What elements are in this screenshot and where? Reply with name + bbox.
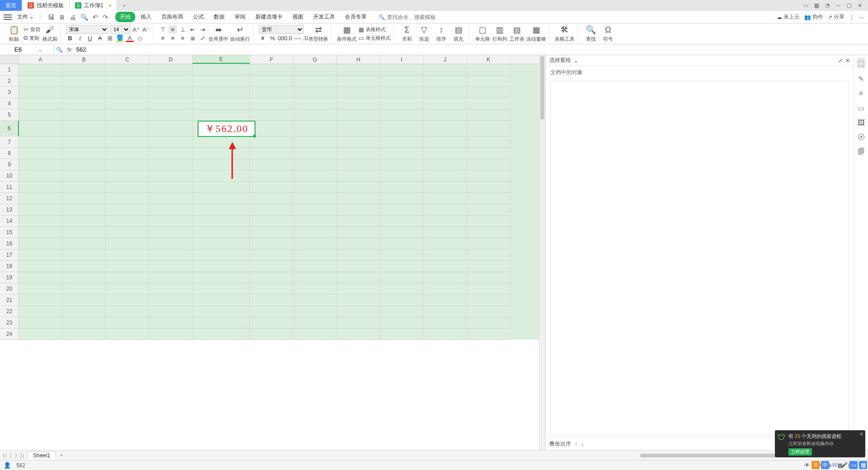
fx-icon[interactable]: fx xyxy=(65,47,74,53)
row-header-9[interactable]: 9 xyxy=(0,159,19,170)
col-header-K[interactable]: K xyxy=(467,55,510,64)
spreadsheet-grid[interactable]: A B C D E F G H I J K 123456789101112131… xyxy=(0,55,539,450)
merge-button[interactable]: ⬌合并居中 xyxy=(208,25,228,42)
row-header-10[interactable]: 10 xyxy=(0,170,19,182)
image-icon[interactable]: 🖼 xyxy=(858,119,865,127)
row-header-22[interactable]: 22 xyxy=(0,306,19,317)
tab-start[interactable]: 开始 xyxy=(115,12,135,22)
col-header-D[interactable]: D xyxy=(149,55,193,64)
print-icon[interactable]: 🖨 xyxy=(70,14,76,21)
col-header-H[interactable]: H xyxy=(337,55,380,64)
layout-icon[interactable]: ▭ xyxy=(801,1,810,10)
share-button[interactable]: ↗ 分享 xyxy=(828,13,844,21)
tray-icon-3[interactable]: W xyxy=(830,461,839,469)
close-icon[interactable]: ✕ xyxy=(855,1,864,10)
pane-close-icon[interactable]: ✕ xyxy=(845,57,850,64)
justify-icon[interactable]: ≣ xyxy=(189,34,197,42)
tab-data[interactable]: 数据 xyxy=(209,12,229,22)
wrap-button[interactable]: ↵自动换行 xyxy=(230,25,250,42)
indent-dec-icon[interactable]: ⇤ xyxy=(189,25,197,33)
select-pane-icon[interactable]: ⬚ xyxy=(857,58,865,68)
sheet-first-icon[interactable]: ⟨⟨ xyxy=(3,452,7,459)
backup-icon[interactable]: 🗐 xyxy=(858,148,865,156)
vertical-scrollbar[interactable] xyxy=(539,55,545,450)
copy-button[interactable]: ⧉复制 xyxy=(24,34,40,42)
clear-format-button[interactable]: ◇ xyxy=(136,34,144,42)
decrease-font-icon[interactable]: A⁻ xyxy=(142,25,150,33)
sheet-tab-1[interactable]: Sheet1 xyxy=(27,451,56,459)
cloud-status[interactable]: ☁ 未上云 xyxy=(777,13,800,21)
style-icon[interactable]: ✎ xyxy=(858,75,864,83)
row-header-2[interactable]: 2 xyxy=(0,75,19,87)
font-color-button[interactable]: A xyxy=(126,34,134,42)
row-header-6[interactable]: 6 xyxy=(0,121,19,136)
tab-view[interactable]: 视图 xyxy=(288,12,308,22)
font-size-select[interactable]: 14 xyxy=(110,25,130,34)
name-box[interactable] xyxy=(0,46,36,53)
dec-decimal-icon[interactable]: ←.0 xyxy=(298,34,307,42)
row-header-16[interactable]: 16 xyxy=(0,238,19,249)
sheet-prev-icon[interactable]: ⟨ xyxy=(10,452,12,459)
file-menu[interactable]: 文件 ⌄ xyxy=(14,12,37,22)
orientation-icon[interactable]: ⤢ xyxy=(198,34,207,42)
number-format-select[interactable]: 货币 xyxy=(259,25,304,34)
row-header-24[interactable]: 24 xyxy=(0,329,19,340)
symbol-button[interactable]: Ω符号 xyxy=(600,25,616,42)
increase-font-icon[interactable]: A⁺ xyxy=(132,25,140,33)
row-header-15[interactable]: 15 xyxy=(0,227,19,238)
col-header-B[interactable]: B xyxy=(62,55,106,64)
align-middle-icon[interactable]: ≡ xyxy=(169,25,177,33)
property-icon[interactable]: ≡ xyxy=(859,89,863,98)
collab-button[interactable]: 👥 协作 xyxy=(804,13,823,21)
fill-color-button[interactable]: 🪣 xyxy=(116,34,124,42)
col-header-J[interactable]: J xyxy=(424,55,467,64)
preview-icon[interactable]: 🔍 xyxy=(80,14,88,21)
maximize-icon[interactable]: ▢ xyxy=(844,1,854,10)
rowcol-button[interactable]: ▥行和列 xyxy=(492,25,507,42)
inc-decimal-icon[interactable]: .0→ xyxy=(288,34,297,42)
tab-formula[interactable]: 公式 xyxy=(189,12,208,22)
tab-home[interactable]: 首页 xyxy=(0,0,22,11)
layout-pane-icon[interactable]: ▭ xyxy=(858,104,864,113)
collapse-ribbon-icon[interactable]: ︿ xyxy=(859,13,864,21)
saveas-icon[interactable]: 🗎 xyxy=(59,14,65,21)
notif-action-button[interactable]: 立即处理 xyxy=(788,448,812,456)
tab-vip[interactable]: 会员专享 xyxy=(340,12,371,22)
row-header-5[interactable]: 5 xyxy=(0,109,19,121)
tab-insert[interactable]: 插入 xyxy=(136,12,156,22)
row-header-19[interactable]: 19 xyxy=(0,272,19,283)
tab-workbook1[interactable]: S 工作簿1 • xyxy=(70,0,117,11)
paste-button[interactable]: 📋粘贴 xyxy=(6,25,22,42)
tab-templates[interactable]: D 找稻壳模板 xyxy=(22,0,70,11)
row-header-3[interactable]: 3 xyxy=(0,87,19,98)
align-top-icon[interactable]: ⊤ xyxy=(159,25,167,33)
bold-button[interactable]: B xyxy=(66,34,74,42)
row-header-17[interactable]: 17 xyxy=(0,249,19,261)
pane-pin-icon[interactable]: ⤢ xyxy=(838,57,843,64)
sheet-button[interactable]: ▤工作表 xyxy=(509,25,524,42)
tray-icon-6[interactable]: ▦ xyxy=(859,461,867,469)
cut-button[interactable]: ✂剪切 xyxy=(24,26,40,33)
tab-custom[interactable]: 新建选项卡 xyxy=(251,12,287,22)
move-up-icon[interactable]: ↑ xyxy=(575,441,577,447)
strike-button[interactable]: A xyxy=(96,34,104,42)
add-sheet-button[interactable]: ＋ xyxy=(59,451,64,459)
sum-button[interactable]: Σ求和 xyxy=(399,25,415,42)
tray-icon-5[interactable]: ▭ xyxy=(849,461,858,469)
row-header-14[interactable]: 14 xyxy=(0,216,19,227)
col-header-F[interactable]: F xyxy=(250,55,293,64)
find-button[interactable]: 🔍查找 xyxy=(583,25,599,42)
cell-button[interactable]: ▢单元格 xyxy=(475,25,490,42)
cond-format-button[interactable]: ▦条件格式 xyxy=(337,25,357,42)
row-header-4[interactable]: 4 xyxy=(0,98,19,109)
notif-close-icon[interactable]: ✕ xyxy=(859,431,863,437)
hamburger-icon[interactable] xyxy=(4,13,12,21)
tray-icon-1[interactable]: S xyxy=(811,461,820,469)
notification-toast[interactable]: 🛡 ✕ 有 25 个无用的残留进程 立即加速释放电脑内存 立即处理 xyxy=(775,430,865,457)
save-icon[interactable]: 🖫 xyxy=(48,14,54,21)
row-header-23[interactable]: 23 xyxy=(0,317,19,329)
select-all-corner[interactable] xyxy=(0,55,19,64)
tray-icon-4[interactable]: 🎤 xyxy=(840,461,848,469)
type-convert-button[interactable]: ⇄类型转换 xyxy=(308,25,328,42)
row-header-21[interactable]: 21 xyxy=(0,295,19,306)
